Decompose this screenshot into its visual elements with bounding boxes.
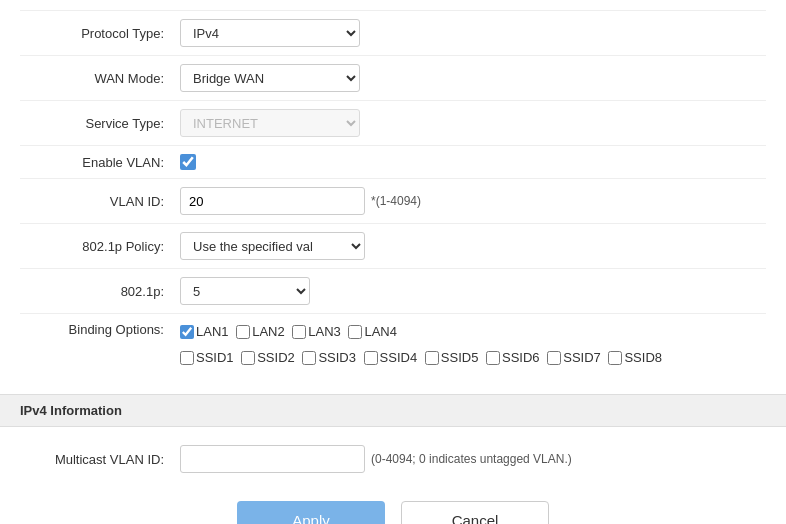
service-type-label: Service Type: bbox=[20, 116, 180, 131]
protocol-type-label: Protocol Type: bbox=[20, 26, 180, 41]
lan4-checkbox[interactable] bbox=[348, 325, 362, 339]
ssid8-checkbox[interactable] bbox=[608, 351, 622, 365]
ssid7-checkbox[interactable] bbox=[547, 351, 561, 365]
wan-mode-select[interactable]: Bridge WAN PPPoE Static IP DHCP bbox=[180, 64, 360, 92]
enable-vlan-label: Enable VLAN: bbox=[20, 155, 180, 170]
8021p-policy-row: 802.1p Policy: Use the specified val Oth… bbox=[20, 223, 766, 268]
service-type-select[interactable]: INTERNET bbox=[180, 109, 360, 137]
binding-options-row: Binding Options: LAN1 LAN2 LAN3 LAN4 SSI… bbox=[20, 313, 766, 378]
lan2-checkbox[interactable] bbox=[236, 325, 250, 339]
enable-vlan-control bbox=[180, 154, 766, 170]
multicast-vlan-row: Multicast VLAN ID: (0-4094; 0 indicates … bbox=[20, 437, 766, 481]
ssid5-label[interactable]: SSID5 bbox=[425, 346, 479, 369]
ssid2-label[interactable]: SSID2 bbox=[241, 346, 295, 369]
wan-mode-row: WAN Mode: Bridge WAN PPPoE Static IP DHC… bbox=[20, 55, 766, 100]
ipv4-section-header: IPv4 Information bbox=[0, 394, 786, 427]
lan1-checkbox[interactable] bbox=[180, 325, 194, 339]
ssid3-checkbox[interactable] bbox=[302, 351, 316, 365]
ssid6-checkbox[interactable] bbox=[486, 351, 500, 365]
ssid2-checkbox[interactable] bbox=[241, 351, 255, 365]
service-type-control: INTERNET bbox=[180, 109, 766, 137]
ssid5-checkbox[interactable] bbox=[425, 351, 439, 365]
ssid-checkboxes-row1: SSID1 SSID2 SSID3 SSID4 SSID5 SSID6 SSID… bbox=[180, 346, 766, 372]
8021p-policy-control: Use the specified val Other Option bbox=[180, 232, 766, 260]
multicast-vlan-control: (0-4094; 0 indicates untagged VLAN.) bbox=[180, 445, 766, 473]
ssid7-label[interactable]: SSID7 bbox=[547, 346, 601, 369]
lan3-checkbox[interactable] bbox=[292, 325, 306, 339]
8021p-value-select[interactable]: 0123 4567 bbox=[180, 277, 310, 305]
binding-checkboxes-control: LAN1 LAN2 LAN3 LAN4 SSID1 SSID2 SSID3 SS… bbox=[180, 320, 766, 372]
service-type-row: Service Type: INTERNET bbox=[20, 100, 766, 145]
lan-checkboxes-row: LAN1 LAN2 LAN3 LAN4 bbox=[180, 320, 766, 346]
8021p-policy-label: 802.1p Policy: bbox=[20, 239, 180, 254]
ssid4-label[interactable]: SSID4 bbox=[364, 346, 418, 369]
vlan-id-row: VLAN ID: *(1-4094) bbox=[20, 178, 766, 223]
8021p-value-row: 802.1p: 0123 4567 bbox=[20, 268, 766, 313]
lan4-label[interactable]: LAN4 bbox=[348, 320, 397, 343]
protocol-type-row: Protocol Type: IPv4 IPv6 bbox=[20, 10, 766, 55]
multicast-vlan-hint: (0-4094; 0 indicates untagged VLAN.) bbox=[371, 452, 572, 466]
vlan-id-input[interactable] bbox=[180, 187, 365, 215]
ssid8-label[interactable]: SSID8 bbox=[608, 346, 662, 369]
lan1-label[interactable]: LAN1 bbox=[180, 320, 229, 343]
8021p-value-label: 802.1p: bbox=[20, 284, 180, 299]
button-row: Apply Cancel bbox=[20, 481, 766, 524]
enable-vlan-row: Enable VLAN: bbox=[20, 145, 766, 178]
8021p-value-control: 0123 4567 bbox=[180, 277, 766, 305]
ssid3-label[interactable]: SSID3 bbox=[302, 346, 356, 369]
cancel-button[interactable]: Cancel bbox=[401, 501, 549, 524]
vlan-id-label: VLAN ID: bbox=[20, 194, 180, 209]
protocol-type-control: IPv4 IPv6 bbox=[180, 19, 766, 47]
ssid1-checkbox[interactable] bbox=[180, 351, 194, 365]
enable-vlan-checkbox[interactable] bbox=[180, 154, 196, 170]
lan3-label[interactable]: LAN3 bbox=[292, 320, 341, 343]
ssid6-label[interactable]: SSID6 bbox=[486, 346, 540, 369]
lan2-label[interactable]: LAN2 bbox=[236, 320, 285, 343]
8021p-policy-select[interactable]: Use the specified val Other Option bbox=[180, 232, 365, 260]
protocol-type-select[interactable]: IPv4 IPv6 bbox=[180, 19, 360, 47]
multicast-vlan-label: Multicast VLAN ID: bbox=[20, 452, 180, 467]
wan-mode-control: Bridge WAN PPPoE Static IP DHCP bbox=[180, 64, 766, 92]
binding-options-label: Binding Options: bbox=[20, 320, 180, 337]
vlan-id-control: *(1-4094) bbox=[180, 187, 766, 215]
wan-mode-label: WAN Mode: bbox=[20, 71, 180, 86]
multicast-vlan-input[interactable] bbox=[180, 445, 365, 473]
apply-button[interactable]: Apply bbox=[237, 501, 385, 524]
ssid4-checkbox[interactable] bbox=[364, 351, 378, 365]
ssid1-label[interactable]: SSID1 bbox=[180, 346, 234, 369]
vlan-id-hint: *(1-4094) bbox=[371, 194, 421, 208]
